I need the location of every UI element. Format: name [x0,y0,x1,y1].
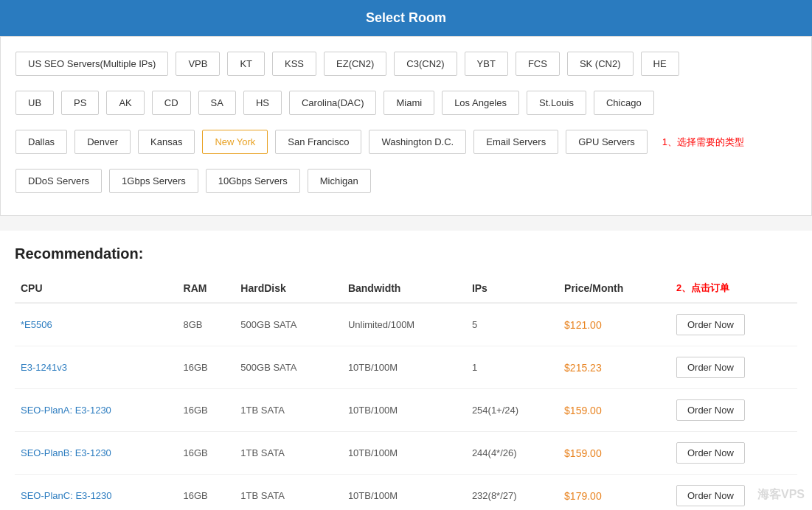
ram-cell: 16GB [178,432,235,475]
cpu-link[interactable]: E3-1241v3 [21,362,67,373]
room-tag[interactable]: KSS [272,52,316,76]
bandwidth-cell: 10TB/100M [342,346,466,389]
room-tag[interactable]: Dallas [15,130,67,154]
room-tag[interactable]: Carolina(DAC) [289,91,377,115]
price-value: $159.00 [564,405,602,416]
room-tag[interactable]: Miami [384,91,434,115]
cpu-cell: SEO-PlanA: E3-1230 [15,389,178,432]
order-now-button[interactable]: Order Now [676,314,745,335]
recommendation-title: Recommendation: [15,245,797,262]
table-container: CPU RAM HardDisk Bandwidth IPs Price/Mon… [15,274,797,510]
action-cell: Order Now [670,389,797,432]
cpu-link[interactable]: SEO-PlanB: E3-1230 [21,447,111,458]
price-value: $121.00 [564,319,602,331]
recommendation-table: CPU RAM HardDisk Bandwidth IPs Price/Mon… [15,274,797,510]
bandwidth-cell: 10TB/100M [342,389,466,432]
room-tag[interactable]: CD [152,91,191,115]
col-action: 2、点击订单 [670,274,797,303]
room-tag[interactable]: New York [202,130,268,154]
cpu-link[interactable]: SEO-PlanC: E3-1230 [21,490,112,501]
price-cell: $121.00 [558,303,670,346]
table-row: SEO-PlanA: E3-123016GB1TB SATA10TB/100M2… [15,389,797,432]
table-header-row: CPU RAM HardDisk Bandwidth IPs Price/Mon… [15,274,797,303]
room-tag[interactable]: EZ(CN2) [324,52,386,76]
disk-cell: 1TB SATA [235,475,342,511]
cpu-cell: *E5506 [15,303,178,346]
price-cell: $215.23 [558,346,670,389]
room-tag[interactable]: AK [106,91,144,115]
room-tag[interactable]: PS [61,91,99,115]
room-selector: US SEO Servers(Multiple IPs)VPBKTKSSEZ(C… [0,36,812,216]
room-tag[interactable]: San Francisco [275,130,361,154]
disk-cell: 500GB SATA [235,346,342,389]
ips-cell: 232(8*/27) [466,475,558,511]
order-now-button[interactable]: Order Now [676,485,745,506]
room-tag[interactable]: Washington D.C. [369,130,466,154]
room-tag[interactable]: KT [227,52,265,76]
cpu-cell: SEO-PlanB: E3-1230 [15,432,178,475]
cpu-cell: E3-1241v3 [15,346,178,389]
table-row: *E55068GB500GB SATAUnlimited/100M5$121.0… [15,303,797,346]
cpu-link[interactable]: *E5506 [21,319,52,330]
room-tag[interactable]: US SEO Servers(Multiple IPs) [15,52,168,76]
room-tag[interactable]: SA [198,91,236,115]
bandwidth-cell: 10TB/100M [342,432,466,475]
room-tag[interactable]: 1Gbps Servers [109,169,198,193]
cpu-cell: SEO-PlanC: E3-1230 [15,475,178,511]
room-tag[interactable]: DDoS Servers [15,169,102,193]
room-tag[interactable]: VPB [176,52,220,76]
watermark: 海客VPS [757,487,805,503]
room-tag[interactable]: Email Servers [473,130,558,154]
room-tag[interactable]: FCS [516,52,560,76]
col-price: Price/Month [558,274,670,303]
ips-cell: 1 [466,346,558,389]
col-ram: RAM [178,274,235,303]
order-now-button[interactable]: Order Now [676,442,745,464]
room-tag[interactable]: Chicago [594,91,654,115]
disk-cell: 1TB SATA [235,432,342,475]
room-tag[interactable]: C3(CN2) [394,52,457,76]
header-title: Select Room [366,10,446,25]
bandwidth-cell: Unlimited/100M [342,303,466,346]
ram-cell: 16GB [178,475,235,511]
ram-cell: 16GB [178,389,235,432]
price-cell: $159.00 [558,432,670,475]
header: Select Room [0,0,812,36]
room-tag[interactable]: St.Louis [527,91,586,115]
action-cell: Order Now [670,346,797,389]
table-row: SEO-PlanB: E3-123016GB1TB SATA10TB/100M2… [15,432,797,475]
disk-cell: 1TB SATA [235,389,342,432]
bandwidth-cell: 10TB/100M [342,475,466,511]
room-tag[interactable]: YBT [465,52,508,76]
cpu-link[interactable]: SEO-PlanA: E3-1230 [21,405,111,416]
col-cpu: CPU [15,274,178,303]
room-tag[interactable]: HS [243,91,282,115]
table-row: SEO-PlanC: E3-123016GB1TB SATA10TB/100M2… [15,475,797,511]
room-tag[interactable]: Michigan [308,169,371,193]
room-tag[interactable]: Los Angeles [442,91,519,115]
room-tag[interactable]: GPU Servers [566,130,648,154]
room-tag[interactable]: 10Gbps Servers [206,169,300,193]
ram-cell: 16GB [178,346,235,389]
order-now-button[interactable]: Order Now [676,399,745,421]
room-tag[interactable]: SK (CN2) [567,52,634,76]
price-value: $215.23 [564,362,602,374]
room-tag[interactable]: HE [641,52,679,76]
col-ips: IPs [466,274,558,303]
room-tag[interactable]: Denver [74,130,131,154]
ips-cell: 244(4*/26) [466,432,558,475]
action-cell: Order Now [670,432,797,475]
tag-row-4: DDoS Servers1Gbps Servers10Gbps ServersM… [15,169,371,193]
col-bandwidth: Bandwidth [342,274,466,303]
hint-text: 1、选择需要的类型 [662,136,744,149]
tag-row-3: DallasDenverKansasNew YorkSan FranciscoW… [15,130,744,154]
room-tag[interactable]: UB [15,91,54,115]
table-row: E3-1241v316GB500GB SATA10TB/100M1$215.23… [15,346,797,389]
price-value: $179.00 [564,490,602,502]
disk-cell: 500GB SATA [235,303,342,346]
tag-row-1: US SEO Servers(Multiple IPs)VPBKTKSSEZ(C… [15,52,679,76]
room-tag[interactable]: Kansas [138,130,195,154]
recommendation-section: Recommendation: CPU RAM HardDisk Bandwid… [0,231,812,510]
order-now-button[interactable]: Order Now [676,357,745,378]
price-cell: $179.00 [558,475,670,511]
